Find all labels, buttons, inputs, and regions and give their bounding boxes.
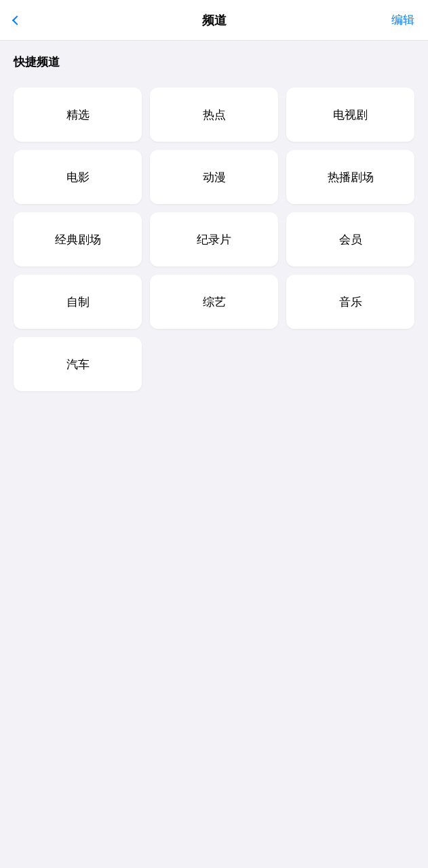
app-header: 频道 编辑 [0,0,428,41]
channel-grid: 精选热点电视剧电影动漫热播剧场经典剧场纪录片会员自制综艺音乐汽车 [0,87,428,405]
back-button[interactable] [14,17,54,24]
channel-item-featured[interactable]: 精选 [14,87,142,142]
channel-item-variety[interactable]: 综艺 [150,275,278,329]
channel-item-classic-drama[interactable]: 经典剧场 [14,212,142,267]
channel-item-hot-drama[interactable]: 热播剧场 [286,150,414,204]
section-title: 快捷频道 [14,54,414,70]
channel-item-animation[interactable]: 动漫 [150,150,278,204]
channel-item-self-made[interactable]: 自制 [14,275,142,329]
channel-item-vip[interactable]: 会员 [286,212,414,267]
back-arrow-icon [12,15,22,24]
channel-item-hot[interactable]: 热点 [150,87,278,142]
page-title: 频道 [202,12,227,28]
channel-item-movie[interactable]: 电影 [14,150,142,204]
channel-item-documentary[interactable]: 纪录片 [150,212,278,267]
edit-button[interactable]: 编辑 [374,12,414,28]
quick-channels-section: 快捷频道 [0,41,428,87]
channel-item-auto[interactable]: 汽车 [14,337,142,391]
channel-item-tv-drama[interactable]: 电视剧 [286,87,414,142]
channel-item-music[interactable]: 音乐 [286,275,414,329]
